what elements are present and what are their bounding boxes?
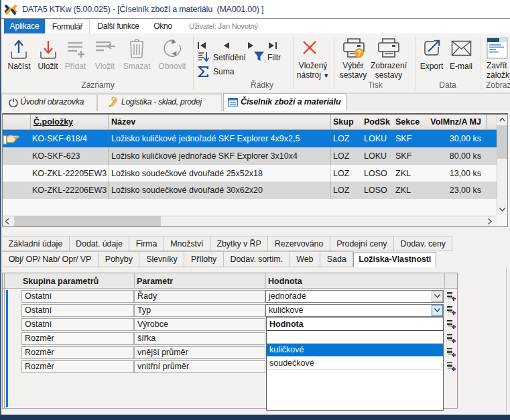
svg-text:?: ? [357,50,361,57]
